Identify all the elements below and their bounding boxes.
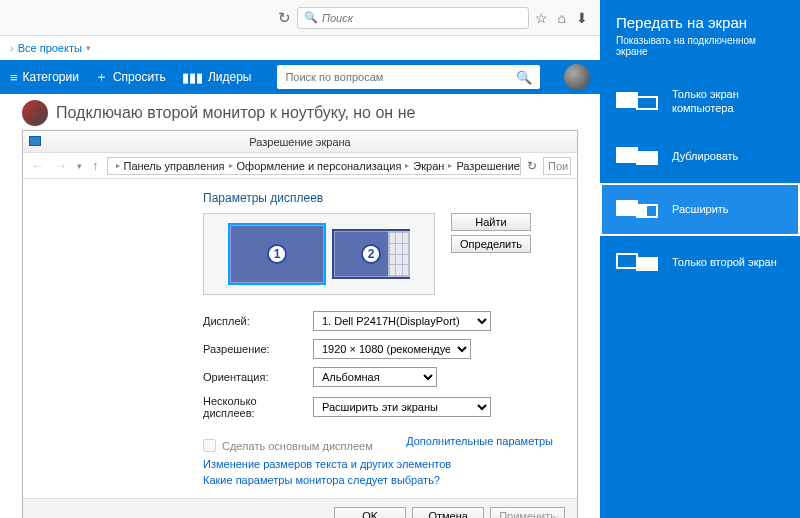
pc-only-icon	[616, 90, 660, 114]
star-icon[interactable]: ☆	[535, 10, 548, 26]
ok-button[interactable]: OK	[334, 507, 406, 518]
site-nav: ≡Категории ＋Спросить ▮▮▮Лидеры 🔍	[0, 60, 600, 94]
list-icon: ≡	[10, 70, 18, 85]
question-header: Подключаю второй монитор к ноутбуку, но …	[22, 100, 578, 126]
dropdown-chevron-icon[interactable]: ▾	[86, 43, 91, 53]
question-title: Подключаю второй монитор к ноутбуку, но …	[56, 104, 415, 122]
explorer-toolbar: ← → ▾ ↑ ▸ Панель управления ▸ Оформление…	[23, 153, 577, 179]
resolution-label: Разрешение:	[203, 343, 303, 355]
monitor-number-2: 2	[361, 244, 381, 264]
window-titlebar: Разрешение экрана	[23, 131, 577, 153]
orientation-select[interactable]: Альбомная	[313, 367, 437, 387]
orientation-label: Ориентация:	[203, 371, 303, 383]
nav-leaders[interactable]: ▮▮▮Лидеры	[182, 70, 252, 85]
chevron-right-icon: ▸	[116, 161, 120, 170]
avatar[interactable]	[564, 64, 590, 90]
monitor-icon	[29, 136, 41, 146]
nav-leaders-label: Лидеры	[208, 70, 252, 84]
project-option-pc-only[interactable]: Только экран компьютера	[600, 73, 800, 130]
search-icon: 🔍	[304, 11, 318, 24]
display-arrangement[interactable]: 1 2	[203, 213, 435, 295]
browser-toolbar: 🔍 ☆ ⌂ ⬇	[0, 0, 600, 36]
forward-button[interactable]: →	[52, 158, 69, 173]
project-option-label: Расширить	[672, 203, 729, 217]
second-only-icon	[616, 251, 660, 275]
back-button[interactable]: ←	[29, 158, 46, 173]
project-title: Передать на экран	[616, 14, 784, 31]
search-icon[interactable]: 🔍	[516, 70, 532, 85]
project-panel: Передать на экран Показывать на подключе…	[600, 0, 800, 518]
display-select[interactable]: 1. Dell P2417H(DisplayPort)	[313, 311, 491, 331]
primary-display-checkbox[interactable]	[203, 439, 216, 452]
cancel-button[interactable]: Отмена	[412, 507, 484, 518]
asker-avatar[interactable]	[22, 100, 48, 126]
chevron-icon: ›	[10, 42, 14, 54]
multi-display-label: Несколько дисплеев:	[203, 395, 303, 419]
section-title: Параметры дисплеев	[203, 191, 553, 205]
primary-display-label: Сделать основным дисплеем	[222, 440, 373, 452]
crumb-all-projects[interactable]: Все проекты	[18, 42, 82, 54]
find-button[interactable]: Найти	[451, 213, 531, 231]
window-title: Разрешение экрана	[249, 136, 350, 148]
nav-categories-label: Категории	[23, 70, 79, 84]
project-option-label: Только второй экран	[672, 256, 777, 270]
project-option-second-only[interactable]: Только второй экран	[600, 236, 800, 289]
nav-categories[interactable]: ≡Категории	[10, 70, 79, 85]
path-control-panel[interactable]: Панель управления	[124, 160, 225, 172]
multi-display-select[interactable]: Расширить эти экраны	[313, 397, 491, 417]
text-size-link[interactable]: Изменение размеров текста и других элеме…	[203, 458, 553, 470]
bar-chart-icon: ▮▮▮	[182, 70, 203, 85]
extend-icon	[616, 198, 660, 222]
identify-button[interactable]: Определить	[451, 235, 531, 253]
monitor-params-link[interactable]: Какие параметры монитора следует выбрать…	[203, 474, 553, 486]
chevron-right-icon: ▸	[448, 161, 452, 170]
path-appearance[interactable]: Оформление и персонализация	[237, 160, 402, 172]
project-option-duplicate[interactable]: Дублировать	[600, 130, 800, 183]
path-resolution[interactable]: Разрешение экрана	[456, 160, 521, 172]
reload-icon[interactable]	[278, 9, 291, 27]
monitor-2[interactable]: 2	[332, 229, 410, 279]
explorer-search[interactable]: Пои	[543, 157, 571, 175]
project-option-extend[interactable]: Расширить	[600, 183, 800, 236]
monitor-number-1: 1	[267, 244, 287, 264]
primary-display-checkbox-row[interactable]: Сделать основным дисплеем	[203, 439, 373, 452]
nav-ask-label: Спросить	[113, 70, 166, 84]
refresh-icon[interactable]: ↻	[527, 159, 537, 173]
advanced-settings-link[interactable]: Дополнительные параметры	[406, 435, 553, 447]
plus-icon: ＋	[95, 68, 108, 86]
project-option-label: Дублировать	[672, 150, 738, 164]
apply-button[interactable]: Применить	[490, 507, 565, 518]
explorer-search-placeholder: Пои	[548, 160, 568, 172]
project-subtitle: Показывать на подключенном экране	[616, 35, 784, 57]
question-search-input[interactable]	[285, 71, 516, 83]
tablet-keypad-icon	[388, 231, 410, 277]
dialog-footer: OK Отмена Применить	[23, 498, 577, 518]
tab-area	[8, 0, 272, 35]
path-display[interactable]: Экран	[413, 160, 444, 172]
address-bar[interactable]: ▸ Панель управления ▸ Оформление и персо…	[107, 157, 522, 175]
browser-search-input[interactable]	[322, 12, 522, 24]
nav-ask[interactable]: ＋Спросить	[95, 68, 166, 86]
site-breadcrumb: › Все проекты ▾	[0, 36, 600, 60]
display-label: Дисплей:	[203, 315, 303, 327]
screen-resolution-window: Разрешение экрана ← → ▾ ↑ ▸ Панель управ…	[22, 130, 578, 518]
resolution-select[interactable]: 1920 × 1080 (рекомендуется)	[313, 339, 471, 359]
chevron-right-icon: ▸	[229, 161, 233, 170]
duplicate-icon	[616, 145, 660, 169]
browser-search[interactable]: 🔍	[297, 7, 529, 29]
monitor-1[interactable]: 1	[228, 223, 326, 285]
history-dropdown[interactable]: ▾	[75, 161, 84, 171]
project-option-label: Только экран компьютера	[672, 88, 786, 116]
question-search[interactable]: 🔍	[277, 65, 540, 89]
pocket-icon[interactable]: ⌂	[558, 10, 566, 26]
download-icon[interactable]: ⬇	[576, 10, 588, 26]
up-button[interactable]: ↑	[90, 158, 101, 173]
chevron-right-icon: ▸	[405, 161, 409, 170]
